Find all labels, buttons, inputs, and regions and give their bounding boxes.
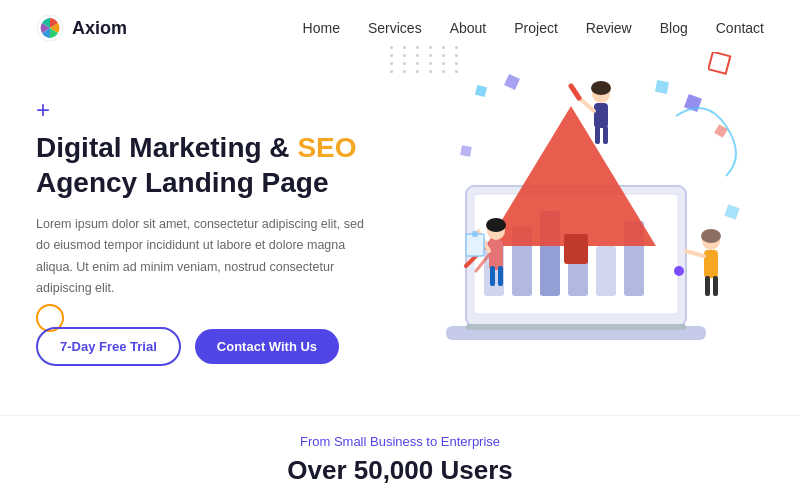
hero-description: Lorem ipsum dolor sit amet, consectetur … [36,214,376,299]
svg-rect-39 [713,276,718,296]
svg-rect-6 [655,80,669,94]
hero-buttons: 7-Day Free Trial Contact With Us [36,327,416,366]
svg-rect-2 [475,85,487,97]
svg-rect-38 [705,276,710,296]
svg-rect-24 [603,126,608,144]
nav-item-review[interactable]: Review [586,19,632,37]
stats-subtitle: From Small Business to Enterprise [0,434,800,449]
contact-button[interactable]: Contact With Us [195,329,339,364]
svg-rect-15 [596,246,616,296]
logo: Axiom [36,14,127,42]
stats-section: From Small Business to Enterprise Over 5… [0,415,800,500]
stats-title: Over 50,000 Users [0,455,800,486]
navbar: Axiom Home Services About Project Review… [0,0,800,56]
purple-dot-decoration [674,266,684,276]
svg-rect-33 [466,234,484,256]
hero-left-content: + Digital Marketing & SEO Agency Landing… [36,66,416,366]
hero-title-text1: Digital Marketing & [36,132,297,163]
hero-illustration [416,66,756,366]
svg-rect-37 [704,250,718,278]
hero-seo-highlight: SEO [297,132,356,163]
nav-item-services[interactable]: Services [368,19,422,37]
svg-rect-23 [595,126,600,144]
svg-rect-34 [472,231,478,237]
svg-rect-22 [594,103,608,128]
svg-point-41 [701,229,721,243]
svg-rect-18 [564,234,588,264]
svg-line-26 [571,86,579,98]
nav-item-about[interactable]: About [450,19,487,37]
hero-title: Digital Marketing & SEO Agency Landing P… [36,130,416,200]
svg-line-25 [579,98,594,111]
svg-marker-17 [486,106,656,246]
nav-item-blog[interactable]: Blog [660,19,688,37]
nav-item-contact[interactable]: Contact [716,19,764,37]
hero-title-text2: Agency Landing Page [36,167,329,198]
hero-right-illustration [416,66,764,376]
plus-decoration: + [36,96,416,124]
svg-point-27 [591,81,611,95]
svg-point-35 [486,218,506,232]
svg-line-40 [686,251,704,256]
svg-rect-43 [724,204,739,219]
svg-rect-42 [460,145,472,157]
nav-item-home[interactable]: Home [303,19,340,37]
nav-item-project[interactable]: Project [514,19,558,37]
svg-rect-29 [489,240,503,270]
trial-button[interactable]: 7-Day Free Trial [36,327,181,366]
svg-rect-3 [504,74,520,90]
brand-name: Axiom [72,18,127,39]
hero-section: + Digital Marketing & SEO Agency Landing… [0,56,800,376]
nav-links: Home Services About Project Review Blog … [303,19,764,37]
logo-icon [36,14,64,42]
svg-rect-31 [498,266,503,286]
svg-rect-30 [490,266,495,286]
svg-rect-10 [466,324,686,330]
